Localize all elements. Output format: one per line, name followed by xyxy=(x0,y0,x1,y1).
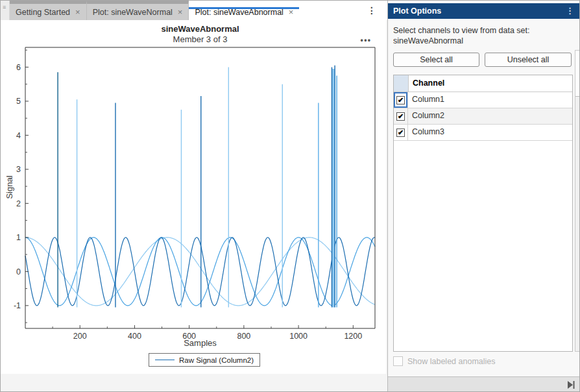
legend-label: Raw Signal (Column2) xyxy=(179,356,254,364)
show-anomalies-row: Show labeled anomalies xyxy=(393,356,496,366)
tab-bar: ≡ Getting Started×Plot: sineWaveNormal×P… xyxy=(1,1,387,20)
panel-header: Plot Options ⋮ xyxy=(388,3,580,19)
channel-row-column2[interactable]: ✔Column2 xyxy=(394,108,572,125)
tabs-container: Getting Started×Plot: sineWaveNormal×Plo… xyxy=(10,1,299,20)
tab-label: Getting Started xyxy=(16,8,70,17)
channel-checkbox-cell[interactable]: ✔ xyxy=(394,92,408,108)
channel-checkbox-cell[interactable]: ✔ xyxy=(394,125,408,140)
panel-description-line2: sineWaveAbnormal xyxy=(393,36,530,46)
channel-checkbox[interactable]: ✔ xyxy=(396,112,405,121)
scrollbar-thumb[interactable] xyxy=(575,51,580,97)
panel-description-line1: Select channels to view from data set: xyxy=(393,25,530,36)
channel-checkbox[interactable]: ✔ xyxy=(396,129,405,137)
document-grip[interactable]: ≡ xyxy=(1,1,10,20)
channel-row-column1[interactable]: ✔Column1 xyxy=(394,92,572,108)
svg-text:4: 4 xyxy=(16,131,21,140)
unselect-all-button[interactable]: Unselect all xyxy=(485,53,572,67)
close-icon[interactable]: × xyxy=(75,7,80,17)
plot-options-panel: Plot Options ⋮ Select channels to view f… xyxy=(387,1,580,392)
show-anomalies-label: Show labeled anomalies xyxy=(407,357,496,366)
tab-label: Plot: sineWaveNormal xyxy=(93,8,173,17)
kebab-icon: ⋮ xyxy=(367,5,376,16)
channel-name: Column3 xyxy=(408,125,572,140)
panel-status-bar xyxy=(388,376,580,392)
panel-scrollbar[interactable] xyxy=(575,50,580,352)
tab-label: Plot: sineWaveAbnormal xyxy=(195,8,283,17)
svg-text:6: 6 xyxy=(16,63,21,72)
svg-text:0: 0 xyxy=(16,267,21,276)
close-icon[interactable]: × xyxy=(289,7,294,17)
show-anomalies-checkbox xyxy=(393,356,403,366)
svg-text:3: 3 xyxy=(16,165,21,174)
tab-overflow-button[interactable]: ⋮ xyxy=(366,5,378,16)
channel-table: Channel ✔Column1✔Column2✔Column3 xyxy=(393,75,573,352)
channel-name: Column1 xyxy=(408,92,572,108)
channel-name: Column2 xyxy=(408,108,572,124)
app-window: ≡ Getting Started×Plot: sineWaveNormal×P… xyxy=(0,0,580,392)
figure-area: sineWaveAbnormal Member 3 of 3 ••• 20040… xyxy=(1,20,386,374)
svg-text:2: 2 xyxy=(16,199,21,208)
y-axis-label: Signal xyxy=(5,142,14,233)
channel-table-header: Channel xyxy=(394,75,572,92)
channel-table-body: ✔Column1✔Column2✔Column3 xyxy=(394,92,572,141)
channel-column-header: Channel xyxy=(409,75,572,92)
tab-plot-sinewaveabnormal[interactable]: Plot: sineWaveAbnormal× xyxy=(189,1,299,20)
x-axis-label: Samples xyxy=(25,338,375,348)
select-all-button[interactable]: Select all xyxy=(393,53,479,67)
close-icon[interactable]: × xyxy=(178,7,183,17)
svg-text:1: 1 xyxy=(16,233,21,242)
signal-chart[interactable]: 20040060080010001200-10123456 xyxy=(1,20,386,374)
channel-checkbox-cell[interactable]: ✔ xyxy=(394,108,408,124)
channel-checkbox[interactable]: ✔ xyxy=(396,96,405,104)
skip-to-end-icon[interactable] xyxy=(567,380,575,389)
grip-icon: ≡ xyxy=(3,5,6,10)
panel-description: Select channels to view from data set: s… xyxy=(393,25,530,46)
tab-getting-started[interactable]: Getting Started× xyxy=(10,1,87,20)
channel-row-column3[interactable]: ✔Column3 xyxy=(394,125,572,141)
panel-title: Plot Options xyxy=(393,6,441,16)
tab-plot-sinewavenormal[interactable]: Plot: sineWaveNormal× xyxy=(87,1,189,20)
legend-line-sample xyxy=(155,360,175,360)
panel-menu-button[interactable]: ⋮ xyxy=(566,3,574,19)
svg-text:5: 5 xyxy=(16,97,21,106)
svg-text:-1: -1 xyxy=(14,301,21,310)
select-column-header xyxy=(394,75,409,92)
legend: Raw Signal (Column2) xyxy=(149,353,260,367)
